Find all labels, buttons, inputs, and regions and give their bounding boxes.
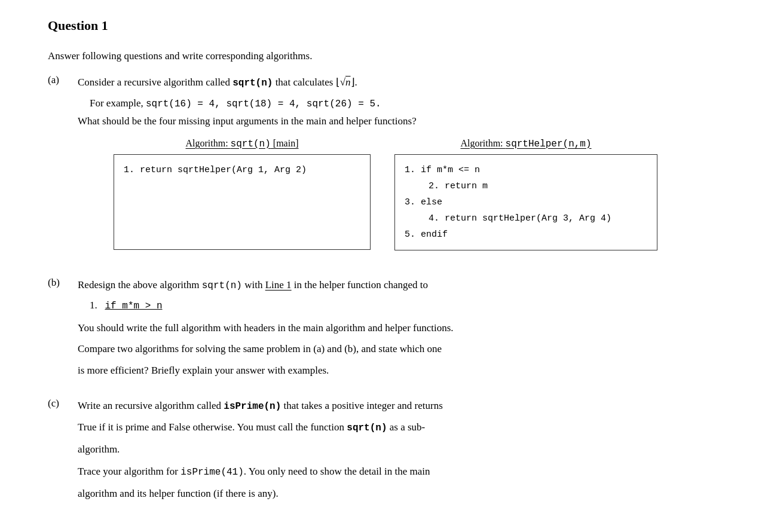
part-c-letter: (c) bbox=[48, 398, 78, 409]
part-c-text3-content: True if it is prime and False otherwise.… bbox=[78, 421, 347, 433]
part-a-text1-after: that calculates bbox=[273, 77, 335, 88]
part-c-text6-before: Trace your algorithm for bbox=[78, 466, 180, 477]
part-c-text3: True if it is prime and False otherwise.… bbox=[78, 419, 723, 436]
part-a-text1: Consider a recursive algorithm called sq… bbox=[78, 74, 723, 91]
intro-text: Answer following questions and write cor… bbox=[48, 50, 723, 62]
part-c-header: (c) Write an recursive algorithm called … bbox=[48, 398, 723, 506]
alg-main-line1: 1. return sqrtHelper(Arg 1, Arg 2) bbox=[124, 162, 360, 178]
alg-helper-line2: 2. return m bbox=[405, 178, 647, 194]
part-c-content: Write an recursive algorithm called isPr… bbox=[78, 398, 723, 506]
part-b-numbered-line: 1. if m*m > n bbox=[90, 299, 723, 311]
algorithm-main-title: Algorithm: sqrt(n) [main] bbox=[186, 138, 299, 149]
part-c: (c) Write an recursive algorithm called … bbox=[48, 398, 723, 506]
part-c-text6: Trace your algorithm for isPrime(41). Yo… bbox=[78, 463, 723, 481]
part-b-header: (b) Redesign the above algorithm sqrt(n)… bbox=[48, 277, 723, 383]
algorithm-helper-box: 1. if m*m <= n 2. return m 3. else 4. re… bbox=[394, 154, 657, 250]
alg-helper-line1: 1. if m*m <= n bbox=[405, 162, 647, 178]
algorithm-helper-block: Algorithm: sqrtHelper(n,m) 1. if m*m <= … bbox=[394, 138, 657, 250]
part-b-content: Redesign the above algorithm sqrt(n) wit… bbox=[78, 277, 723, 383]
part-a-text1-before: Consider a recursive algorithm called bbox=[78, 77, 232, 88]
part-b-line-number: 1. bbox=[90, 299, 97, 311]
part-b-text3: in the helper function changed to bbox=[292, 279, 428, 291]
alg-main-name: sqrt(n) bbox=[231, 139, 271, 149]
part-c-text8: algorithm and its helper function (if th… bbox=[78, 485, 723, 502]
algorithms-container: Algorithm: sqrt(n) [main] 1. return sqrt… bbox=[114, 138, 723, 250]
alg-helper-line5: 5. endif bbox=[405, 227, 647, 243]
part-b-letter: (b) bbox=[48, 277, 78, 289]
part-c-text5: algorithm. bbox=[78, 441, 723, 457]
part-b-line1-label: Line 1 bbox=[265, 279, 292, 291]
question-title: Question 1 bbox=[48, 18, 723, 33]
part-b-line-code: if m*m > n bbox=[105, 301, 163, 311]
part-b-text2: with bbox=[242, 279, 265, 291]
floor-expression: ⌊√n⌋ bbox=[336, 77, 355, 88]
part-a-header: (a) Consider a recursive algorithm calle… bbox=[48, 74, 723, 262]
part-c-text1: Write an recursive algorithm called isPr… bbox=[78, 398, 723, 415]
example-code: sqrt(16) = 4, sqrt(18) = 4, sqrt(26) = 5… bbox=[146, 99, 381, 109]
part-a-code1: sqrt(n) bbox=[232, 78, 273, 88]
part-b: (b) Redesign the above algorithm sqrt(n)… bbox=[48, 277, 723, 383]
part-c-code2: sqrt(n) bbox=[347, 423, 387, 433]
example-label: For example, bbox=[90, 97, 146, 109]
part-b-para3: is more efficient? Briefly explain your … bbox=[78, 362, 723, 378]
part-b-code1: sqrt(n) bbox=[202, 280, 242, 291]
part-a-content: Consider a recursive algorithm called sq… bbox=[78, 74, 723, 262]
part-a-text1-end: . bbox=[355, 77, 357, 88]
alg-helper-line3: 3. else bbox=[405, 194, 647, 210]
part-c-text4: as a sub- bbox=[387, 421, 426, 433]
part-a: (a) Consider a recursive algorithm calle… bbox=[48, 74, 723, 262]
alg-helper-name: sqrtHelper(n,m) bbox=[506, 139, 592, 149]
part-c-code1: isPrime(n) bbox=[224, 401, 281, 412]
part-c-code3: isPrime(41) bbox=[180, 467, 244, 478]
alg-helper-line4: 4. return sqrtHelper(Arg 3, Arg 4) bbox=[405, 210, 647, 227]
part-c-text2: that takes a positive integer and return… bbox=[281, 400, 443, 411]
page-container: Question 1 Answer following questions an… bbox=[0, 0, 771, 532]
algorithm-main-block: Algorithm: sqrt(n) [main] 1. return sqrt… bbox=[114, 138, 371, 250]
part-a-letter: (a) bbox=[48, 74, 78, 86]
part-a-example: For example, sqrt(16) = 4, sqrt(18) = 4,… bbox=[90, 97, 723, 109]
part-c-text1-before: Write an recursive algorithm called bbox=[78, 400, 224, 411]
part-a-question: What should be the four missing input ar… bbox=[78, 115, 723, 127]
part-b-para2: Compare two algorithms for solving the s… bbox=[78, 341, 723, 357]
algorithm-main-box: 1. return sqrtHelper(Arg 1, Arg 2) bbox=[114, 154, 371, 250]
part-b-para1: You should write the full algorithm with… bbox=[78, 320, 723, 336]
part-b-text1-before: Redesign the above algorithm bbox=[78, 279, 202, 291]
part-b-text1: Redesign the above algorithm sqrt(n) wit… bbox=[78, 277, 723, 294]
algorithm-helper-title: Algorithm: sqrtHelper(n,m) bbox=[460, 138, 591, 149]
part-c-text7: . You only need to show the detail in th… bbox=[244, 466, 430, 477]
